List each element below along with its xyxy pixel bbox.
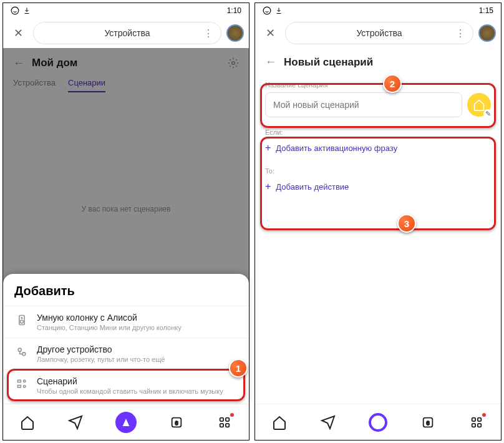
- svg-point-17: [263, 7, 271, 14]
- name-label: Название сценария: [265, 81, 491, 89]
- bottom-nav: 6: [255, 404, 501, 440]
- svg-point-0: [11, 7, 19, 14]
- title-pill[interactable]: Устройства ⋮: [33, 22, 221, 44]
- sheet-item-scenario[interactable]: Сценарий Чтобы одной командой ставить ча…: [3, 369, 249, 401]
- scenario-name-input[interactable]: [265, 92, 462, 117]
- plus-icon: +: [265, 142, 271, 153]
- add-phrase-button[interactable]: + Добавить активационную фразу: [255, 139, 501, 161]
- nav-alice-icon[interactable]: [369, 413, 387, 432]
- nav-send-icon[interactable]: [67, 414, 84, 431]
- bottom-nav: 6: [3, 404, 249, 440]
- svg-rect-7: [17, 380, 21, 382]
- add-phrase-label: Добавить активационную фразу: [276, 144, 397, 153]
- statusbar: 1:10: [3, 3, 249, 18]
- svg-point-5: [18, 348, 21, 351]
- nav-menu-icon[interactable]: [216, 414, 233, 431]
- scenario-icon: [14, 376, 29, 391]
- svg-point-10: [24, 386, 26, 387]
- phone-right: 1:15 ✕ Устройства ⋮ ← Новый сценарий Наз…: [254, 2, 502, 441]
- svg-rect-8: [17, 386, 21, 387]
- title-text: Устройства: [104, 28, 150, 38]
- more-icon[interactable]: ⋮: [455, 27, 465, 39]
- whatsapp-icon: [263, 6, 271, 15]
- download-icon: [23, 7, 31, 14]
- sheet-item-sub: Станцию, Станцию Мини или другую колонку: [37, 324, 182, 331]
- screen-title: Новый сценарий: [284, 56, 373, 69]
- close-button[interactable]: ✕: [8, 26, 28, 40]
- svg-rect-20: [472, 417, 476, 421]
- svg-point-4: [21, 318, 22, 319]
- bottom-sheet: Добавить Умную колонку с Алисой Станцию,…: [3, 274, 249, 404]
- statusbar: 1:15: [255, 3, 501, 18]
- title-pill[interactable]: Устройства ⋮: [285, 22, 473, 44]
- svg-point-3: [21, 320, 24, 323]
- nav-tabs-icon[interactable]: 6: [420, 414, 436, 431]
- badge-1: 1: [229, 359, 248, 377]
- badge-3: 3: [397, 214, 416, 233]
- icon-picker-button[interactable]: ✎: [467, 93, 491, 117]
- download-icon: [275, 7, 283, 14]
- svg-rect-23: [478, 423, 482, 427]
- phone-left: 1:10 ✕ Устройства ⋮ ← Мой дом Устройства…: [2, 2, 250, 441]
- avatar[interactable]: [478, 24, 496, 42]
- back-icon[interactable]: ←: [265, 56, 276, 69]
- svg-rect-14: [226, 417, 230, 421]
- sheet-item-title: Сценарий: [37, 376, 223, 386]
- avatar[interactable]: [226, 24, 244, 42]
- svg-rect-21: [478, 417, 482, 421]
- badge-2: 2: [383, 74, 402, 93]
- sheet-item-sub: Чтобы одной командой ставить чайник и вк…: [37, 387, 223, 395]
- svg-point-9: [24, 380, 26, 382]
- add-action-button[interactable]: + Добавить действие: [255, 177, 501, 200]
- svg-text:6: 6: [426, 419, 429, 426]
- svg-point-6: [22, 353, 26, 356]
- edit-pencil-icon: ✎: [483, 109, 492, 118]
- screen-header: ← Новый сценарий: [255, 48, 501, 76]
- clock: 1:10: [227, 6, 241, 15]
- nav-home-icon[interactable]: [271, 414, 288, 431]
- sheet-item-sub: Лампочку, розетку, пульт или что-то ещё: [37, 356, 165, 363]
- topbar: ✕ Устройства ⋮: [3, 18, 249, 48]
- plus-icon: +: [265, 181, 271, 192]
- svg-rect-15: [220, 423, 224, 427]
- svg-rect-16: [226, 423, 230, 427]
- whatsapp-icon: [11, 6, 19, 15]
- nav-menu-icon[interactable]: [468, 414, 485, 431]
- sheet-item-speaker[interactable]: Умную колонку с Алисой Станцию, Станцию …: [3, 306, 249, 338]
- nav-alice-icon[interactable]: [115, 412, 137, 433]
- topbar: ✕ Устройства ⋮: [255, 18, 501, 48]
- title-text: Устройства: [356, 28, 402, 38]
- name-field-group: Название сценария ✎: [255, 76, 501, 122]
- nav-home-icon[interactable]: [19, 414, 36, 431]
- sheet-item-title: Умную колонку с Алисой: [37, 313, 182, 323]
- if-label: Если:: [255, 122, 501, 139]
- clock: 1:15: [479, 6, 493, 15]
- sheet-title: Добавить: [3, 284, 249, 306]
- more-icon[interactable]: ⋮: [203, 27, 213, 39]
- sheet-item-device[interactable]: Другое устройство Лампочку, розетку, пул…: [3, 338, 249, 369]
- speaker-icon: [14, 313, 29, 328]
- sheet-item-title: Другое устройство: [37, 344, 165, 354]
- add-action-label: Добавить действие: [276, 182, 349, 192]
- device-icon: [14, 344, 29, 359]
- nav-tabs-icon[interactable]: 6: [168, 414, 185, 431]
- nav-send-icon[interactable]: [320, 414, 336, 431]
- then-label: То:: [255, 161, 501, 177]
- svg-text:6: 6: [175, 419, 178, 426]
- close-button[interactable]: ✕: [260, 26, 280, 40]
- svg-rect-22: [472, 423, 476, 427]
- svg-rect-13: [220, 417, 224, 421]
